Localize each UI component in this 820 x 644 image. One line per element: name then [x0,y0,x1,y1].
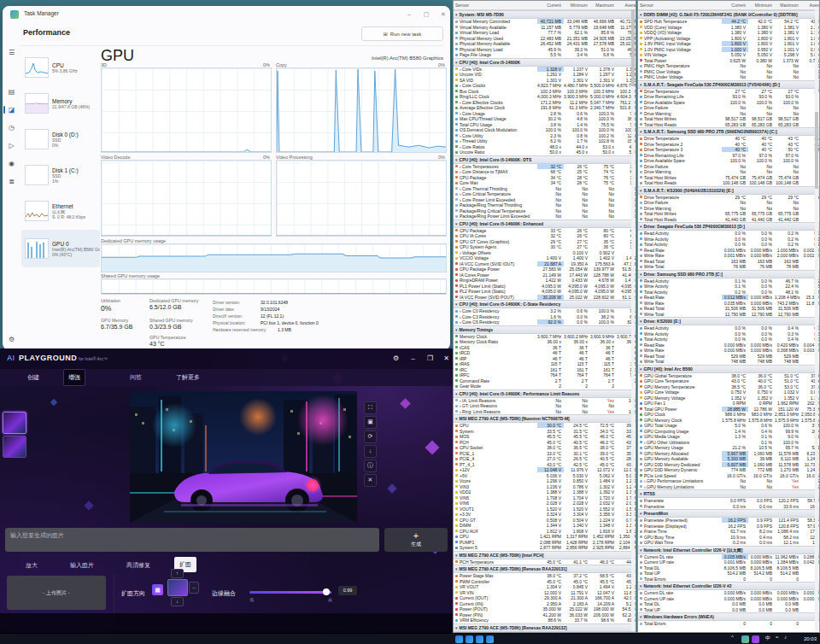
sensor-row[interactable]: Command Rate2 T2 T2 T2 T [454,378,636,384]
network-icon[interactable]: ≈ [776,635,778,640]
sensor-group-header[interactable]: ▾Drive: Seagate FireCuda 530 ZP4000GM300… [638,222,819,231]
gpu-video-processing-chart[interactable] [276,160,447,237]
sensor-group-header[interactable]: ▾GPU [#0]: Intel Arc B580 [638,365,819,373]
sensor-row[interactable]: SA VID1.301 V1.301 V1.301 V1.301 V [454,78,636,84]
sidebar-item-disk0[interactable]: Disk 0 (D:) SSD 0% [21,122,100,156]
sensor-row[interactable]: › Core Usage2.8 %0.6 %100.0 %7.3 % [454,111,636,117]
sensor-row[interactable]: GPU Memory Allocated5,667 MB1,060 MB11,5… [638,451,819,457]
details-icon[interactable]: ≣ [6,176,17,187]
sensor-row[interactable]: GPU Core Voltage0.750 V0.750 V1.032 V0.8… [638,389,819,395]
sensor-row[interactable]: Drive Temperature29 °C29 °C29 °C29 °C [638,195,819,201]
feather-slider-thumb[interactable] [323,588,330,595]
sensor-row[interactable]: VIN62.028 V2.028 V2.032 V2.028 V [454,501,636,506]
sensor-row[interactable]: 1.0V PMIC Input Voltage1.000 V0.950 V1.0… [638,47,819,53]
sensor-row[interactable]: Physical Memory Load45.9 %39.3 %51.0 %46… [454,47,636,53]
sensor-row[interactable]: › GPU Memory LimitationsNoNoYes2 % [638,484,819,490]
sensor-group-header[interactable]: ▾Network: Intel Ethernet Controller I226… [638,546,819,554]
performance-icon[interactable]: ◪ [6,104,17,115]
fullscreen-icon[interactable]: ⛶ [364,401,377,414]
sidebar-item-ethernet[interactable]: Ethernet 以太网 S: 0 R: 48.0 Kbps [21,194,100,228]
sensor-row[interactable]: VRM Efficiency88.6 %33.7 %98.6 %81.5 % [454,618,636,624]
sensor-row[interactable]: Memory Clock3,600.7 MHz3,600.2 MHz3,600.… [454,334,636,340]
ai-maximize-button[interactable]: ❐ [424,352,436,365]
sensor-row[interactable]: PT_4_143.0 °C42.5 °C45.0 °C43.5 °C [454,462,636,468]
sensor-row[interactable]: VDD (Core) Voltage1.380 V1.380 V1.381 V1… [638,25,819,31]
sensor-row[interactable]: VOUT11.520 V1.520 V1.552 V1.528 V [454,506,636,512]
sensor-row[interactable]: Current UP rate0.001 MB/s0.000 MB/s1.384… [638,559,819,565]
sensor-row[interactable]: Total Power0.625 W0.380 W1.373 W0.792 W [638,58,819,64]
sensor-row[interactable]: VIN Voltage5.050 V5.050 V5.298 V5.060 V [638,52,819,58]
sensor-row[interactable]: MOS45.5 °C45.5 °C46.0 °C45.5 °C [454,434,636,440]
sensor-row[interactable]: PWM Controller45.0 °C45.0 °C45.5 °C45.2 … [454,579,636,585]
sensor-row[interactable]: Gear Mode2222 [454,383,636,389]
sensor-row[interactable]: Read Activity0.1 %0.0 %46.7 %1.2 % [638,278,819,284]
sensor-row[interactable]: PMIC Over VoltageNoNoNo0 % [638,69,819,75]
sensor-row[interactable]: VIN51.708 V1.704 V1.720 V1.716 V [454,495,636,501]
sensor-row[interactable]: Package/Ring Power Limit ExceededNoNoNo0… [454,214,636,220]
sensor-row[interactable]: Write Activity0.0 %0.0 %0.3 %0.0 % [638,331,819,337]
sensor-row[interactable]: Write Rate0.001 MB/s0.000 MB/s2.000 MB/s… [638,253,819,259]
sensor-row[interactable]: GPU Core Temperature43.0 °C40.0 °C51.0 °… [638,378,819,384]
sensor-row[interactable]: GPU Memory Voltage1.352 V1.352 V1.352 V1… [638,395,819,401]
sidebar-item-disk1[interactable]: Disk 1 (C:) SSD 1% [21,158,100,192]
sensor-row[interactable]: Total Errors000 [638,577,819,583]
tm-minimize-button[interactable]: – [402,9,416,20]
sensor-row[interactable]: › Core Critical TemperatureNoNoNo0 % [454,191,636,197]
sidebar-item-gpu0[interactable]: GPU 0 Intel(R) Arc(TM) B580 Grap... 0% (… [21,230,100,267]
sensor-row[interactable]: Total Activity0.0 %0.0 %0.4 %0.0 % [638,337,819,342]
sensor-row[interactable]: Total DL8,106.5 MB8,106.5 MB8,106.5 MB [638,565,819,571]
history-thumbnail[interactable] [3,436,26,458]
sensor-row[interactable]: Total Activity0.2 %0.0 %48.1 %2.6 % [638,290,819,296]
menu-icon[interactable]: ☰ [6,47,17,58]
sensor-row[interactable]: GPU Memory Usage21.2 %10.5 %95.7 %52.1 % [638,445,819,451]
gpu-copy-chart[interactable] [276,67,447,153]
sensor-row[interactable]: Current DL rate0.000 MB/s0.000 MB/s0.000… [638,590,819,596]
sensor-row[interactable]: Drive Temperature40 °C40 °C43 °C41 °C [638,136,819,142]
sensor-row[interactable]: Current (IIN)2.950 A2.183 A14.209 A5.260… [454,601,636,607]
sensor-group-header[interactable]: ▾MSI MEG Z790 ACE (MS-7D86) [Renesas RAA… [454,624,636,632]
sensor-row[interactable]: › Core C6 Residency92.3 %0.0 %100.0 %82.… [454,319,636,325]
sensor-row[interactable]: PCH45.0 °C40.5 °C46.0 °C43.5 °C [454,440,636,446]
sensor-row[interactable]: Total Host Reads41,440 GB41,440 GB41,440… [638,217,819,223]
sensor-row[interactable]: Total Host Writes98,517 GB98,517 GB98,51… [638,116,819,122]
prompt-input[interactable] [5,528,379,552]
sensor-row[interactable]: Drive WarningNoNoNo [638,169,819,175]
sensor-row[interactable]: › Ring: Limit ReasonsNoNoYes100 % [454,409,636,415]
sensor-row[interactable]: CPU System Agent30 °C27 °C36 °C30 °C [454,244,636,250]
sensor-row[interactable]: Write Rate0.000 MB/s0.000 MB/s0.368 MB/s… [638,348,819,354]
info-icon[interactable]: ⓘ [364,460,377,472]
expand-down-button[interactable]: ↓ [171,597,184,606]
sensor-row[interactable]: Write Activity0.0 %0.0 %0.2 %0.1 % [638,237,819,243]
sensor-table-header[interactable]: Sensor Current Minimum Maximum Average [454,1,636,10]
sensor-row[interactable]: VPP (Activating) Voltage1.800 V1.800 V1.… [638,36,819,42]
sensor-row[interactable]: CPU Socket38.0 °C36.5 °C38.0 °C37.0 °C [454,445,636,451]
sensor-row[interactable]: Max CPU/Thread Usage30.2 %4.8 %100.0 %38… [454,116,636,122]
sensor-row[interactable]: Virtual Memory Committed40,721 MB33,046 … [454,19,636,25]
sensor-row[interactable]: Frametime0.0 ms0.0 ms33.6 ms16.9 ms [638,504,819,510]
sensor-row[interactable]: CPU Package33 °C26 °C80 °C40 °C [454,228,636,234]
sensor-row[interactable]: Read Activity0.0 %0.0 %0.4 %0.0 % [638,325,819,331]
hwinfo-tray-icon[interactable] [455,635,463,643]
sensor-row[interactable]: PUMP12,088 RPM1,428 RPM2,178 RPM2,104 RP… [454,540,636,546]
sensor-row[interactable]: › Thread Utility6.2 %1.7 %102.8 %15.9 % [454,138,636,144]
download-icon[interactable]: ↓ [364,445,377,458]
sensor-row[interactable]: Write Activity0.1 %0.0 %22.4 %1.5 % [638,284,819,290]
sensor-row[interactable]: › Core Power Limit ExceededNoNoNo0 % [454,197,636,203]
sensor-row[interactable]: Read Total31,506 MB31,506 MB31,506 MB [638,306,819,312]
sensor-group-header[interactable]: ▾MSI MEG Z790 ACE (MS-7D86) [Renesas RAA… [454,565,636,573]
sensor-row[interactable]: Drive WarningNoNoNo [638,206,819,212]
sensor-row[interactable]: Drive FailureNoNoNo [638,200,819,206]
taskbar-clock[interactable]: 20:03 [804,636,817,641]
sensor-row[interactable]: Uncore VID1.291 V1.284 V1.297 V1.288 V [454,72,636,78]
sensor-group-header[interactable]: ▾CPU [#0]: Intel Core i5-14600K: Perform… [454,389,636,398]
sensor-group-header[interactable]: ▾RTSS [638,489,819,498]
tm-close-button[interactable]: ✕ [436,9,450,20]
sensor-row[interactable]: Drive Remaining Life97.0 %97.0 %97.0 % [638,153,819,159]
sensor-group-header[interactable]: ▾Memory Timings [454,325,636,334]
sensor-row[interactable]: DIMM1.344 V1.340 V1.348 V1.344 V [454,523,636,529]
sensor-row[interactable]: Power (PIN)41.200 W36.033 W206.000 W62.2… [454,612,636,618]
sensor-row[interactable]: +3.3V3.324 V3.304 V3.356 V3.320 V [454,512,636,518]
sensor-group-header[interactable]: ▾Drive: Samsung SSD 980 PRO 2TB [C:] [638,270,819,278]
sensor-group-header[interactable]: ▾System: MSI MS-7D86 [454,10,636,19]
sensor-row[interactable]: GPU Fan 10 RPM0 RPM1,662 RPM202 RPM [638,401,819,407]
